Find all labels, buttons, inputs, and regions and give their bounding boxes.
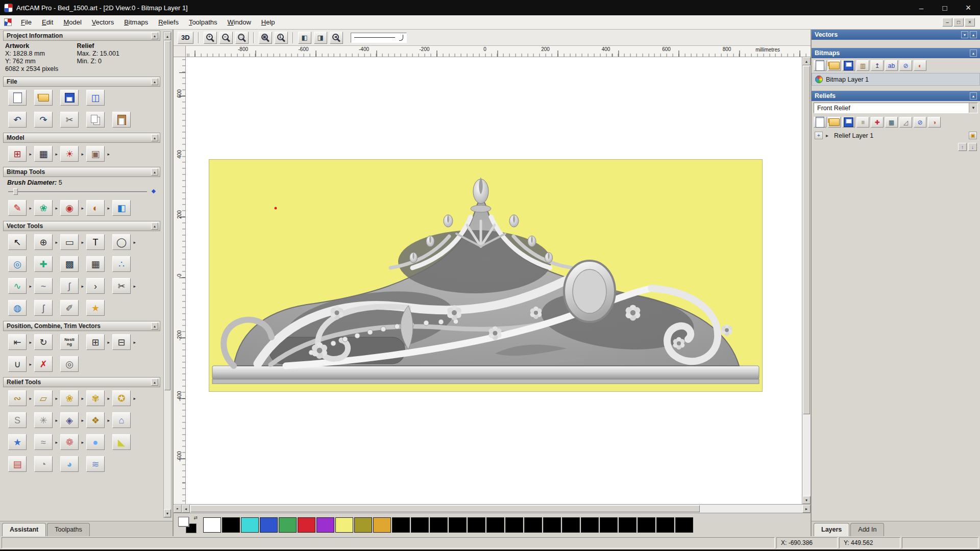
combo-dropdown-icon[interactable]: ▼ (969, 103, 977, 113)
color-swatch[interactable] (430, 517, 448, 533)
zoom-100-icon[interactable]: 1 (275, 32, 288, 44)
foreground-color-swatch[interactable] (178, 517, 189, 527)
nesting-icon[interactable]: Nesting (60, 334, 79, 350)
vectors-expand-icon[interactable]: ▼ (961, 31, 968, 38)
turn-relief-icon[interactable]: ✪▸ (112, 390, 131, 406)
copy-icon[interactable] (86, 112, 105, 128)
color-swatch[interactable] (354, 517, 372, 533)
relief-tools-header[interactable]: Relief Tools ▲ (3, 377, 160, 387)
flyout-arrow[interactable]: ▸ (55, 440, 58, 444)
scroll-up-button[interactable]: ▲ (164, 32, 171, 40)
collapse-button[interactable]: ▲ (151, 134, 158, 141)
add-relief-icon[interactable]: ✚ (871, 117, 884, 128)
merge-relief-icon[interactable]: ≡ (856, 117, 869, 128)
vector-tools-header[interactable]: Vector Tools ▲ (3, 221, 160, 231)
new-model-icon[interactable] (8, 90, 27, 106)
smooth-polyline-icon[interactable]: ~ (34, 278, 53, 294)
offset-relief-icon[interactable]: ◕ (60, 456, 79, 472)
color-swatch[interactable] (675, 517, 693, 533)
assistant-scrollbar[interactable]: ▲ ▼ (163, 32, 172, 518)
wave-relief-icon[interactable]: ≈▸ (34, 434, 53, 450)
foreground-background-swatch[interactable]: ⇄ (177, 515, 198, 535)
zoom-last-icon[interactable]: ◄ (330, 32, 343, 44)
flyout-arrow[interactable]: ▸ (81, 440, 84, 444)
delete-bitmap-icon[interactable]: ⊘ (899, 60, 912, 71)
color-swatch[interactable] (468, 517, 485, 533)
paste-along-curve-icon[interactable]: ✚ (34, 256, 53, 272)
swirl-relief-icon[interactable]: S (8, 412, 27, 428)
menu-item-edit[interactable]: Edit (37, 16, 58, 28)
model-lighting-icon[interactable]: ☀▸ (60, 146, 79, 162)
color-swatch[interactable] (298, 517, 315, 533)
toggle-pane-icon[interactable]: ◧ (298, 32, 311, 44)
menu-item-model[interactable]: Model (58, 16, 86, 28)
collapse-button[interactable]: ▲ (151, 322, 158, 330)
scroll-down-button[interactable]: ▼ (802, 496, 811, 504)
mdi-close-button[interactable]: × (965, 18, 975, 27)
scale-relief-icon[interactable]: ◿ (899, 117, 912, 128)
flyout-arrow[interactable]: ▸ (55, 418, 58, 422)
wrap-relief-icon[interactable]: ≋ (86, 456, 105, 472)
vector-select-icon[interactable]: ↖ (8, 234, 27, 250)
flyout-arrow[interactable]: ▸ (107, 340, 110, 344)
scroll-left-button[interactable]: ◄ (182, 505, 190, 513)
expand-relief-layer-icon[interactable]: ▸ (826, 133, 831, 138)
relief-combo[interactable]: Front Relief ▼ (814, 103, 978, 113)
color-swatch[interactable] (203, 517, 221, 533)
collapse-button[interactable]: ▲ (151, 222, 158, 230)
extend-vector-icon[interactable]: › (86, 278, 105, 294)
fade-relief-icon[interactable]: ▤ (8, 456, 27, 472)
delete-relief-icon[interactable]: ⊘ (914, 117, 926, 128)
bitmaps-collapse-icon[interactable]: ▲ (970, 49, 977, 57)
open-bitmap-icon[interactable] (828, 60, 841, 71)
save-model-icon[interactable] (60, 90, 79, 106)
flyout-arrow[interactable]: ▸ (55, 152, 58, 156)
star-relief-icon[interactable]: ★ (8, 434, 27, 450)
color-swatch[interactable] (638, 517, 655, 533)
scrollbar-thumb[interactable] (190, 505, 700, 512)
transfer-bitmap-icon[interactable]: ↥ (871, 60, 884, 71)
color-swatch[interactable] (279, 517, 297, 533)
zoom-in-icon[interactable]: + (204, 32, 217, 44)
relief-layer-options-icon[interactable]: ▣ (969, 132, 977, 139)
color-swatch[interactable] (335, 517, 353, 533)
circular-copy-icon[interactable]: ↻ (34, 334, 53, 350)
petal-relief-icon[interactable]: ❁▸ (60, 434, 79, 450)
paste-icon[interactable] (112, 112, 131, 128)
slider-track[interactable] (8, 191, 147, 192)
color-swatch[interactable] (524, 517, 542, 533)
flyout-arrow[interactable]: ▸ (107, 418, 110, 422)
zoom-fit-icon[interactable]: ▣ (259, 32, 272, 44)
drawing-canvas[interactable] (186, 57, 802, 504)
flyout-arrow[interactable]: ▸ (29, 206, 32, 210)
sphere-relief-icon[interactable]: ● (86, 434, 105, 450)
brush-diameter-slider[interactable] (8, 188, 147, 195)
create-rectangle-icon[interactable]: ▭▸ (60, 234, 79, 250)
set-model-size-icon[interactable]: ⊞▸ (8, 146, 27, 162)
scroll-right-button[interactable]: ► (802, 505, 811, 513)
array-copy-icon[interactable]: ∴ (112, 256, 131, 272)
spiral-icon[interactable]: ◎ (60, 356, 79, 372)
trace-boundary-icon[interactable]: ✐ (60, 300, 79, 316)
layer-up-button[interactable]: ↑ (958, 143, 967, 151)
adjust-model-icon[interactable]: ▦▸ (34, 146, 53, 162)
transform-vectors-icon[interactable]: ⊕▸ (34, 234, 53, 250)
free-sketch-icon[interactable]: ʃ (34, 300, 53, 316)
color-swatch[interactable] (543, 517, 561, 533)
fit-text-icon[interactable]: ▩ (60, 256, 79, 272)
relief-colours-icon[interactable]: ◑ (928, 117, 941, 128)
color-swatch[interactable] (656, 517, 674, 533)
collapse-button[interactable]: ▲ (151, 32, 158, 39)
flyout-arrow[interactable]: ▸ (55, 240, 58, 244)
mdi-restore-button[interactable]: □ (953, 18, 964, 27)
flyout-arrow[interactable]: ▸ (81, 284, 84, 288)
split-pane-button[interactable]: ▸ (174, 505, 182, 513)
link-views-icon[interactable]: ◨ (314, 32, 327, 44)
flood-fill-icon[interactable]: ◉▸ (60, 200, 79, 216)
color-swatch[interactable] (373, 517, 391, 533)
flyout-arrow[interactable]: ▸ (81, 418, 84, 422)
flyout-arrow[interactable]: ▸ (81, 152, 84, 156)
flyout-arrow[interactable]: ▸ (55, 206, 58, 210)
menu-item-bitmaps[interactable]: Bitmaps (119, 16, 153, 28)
layer-down-button[interactable]: ↓ (968, 143, 977, 151)
